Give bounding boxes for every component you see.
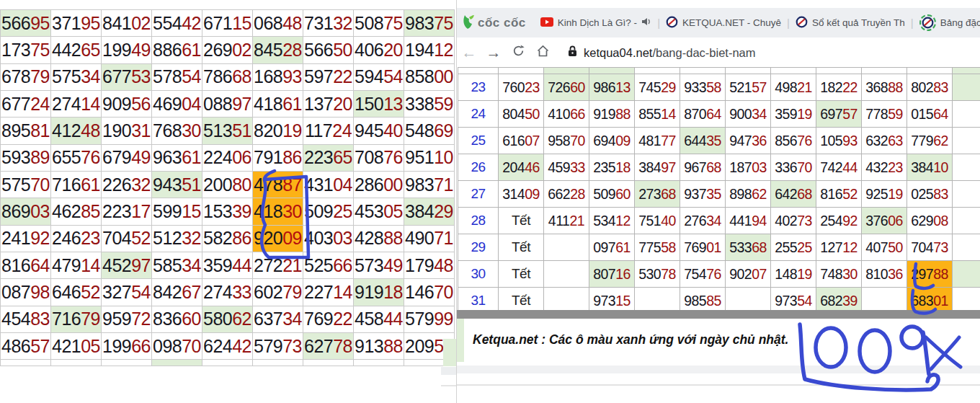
lottery-cell: 52157	[726, 74, 770, 100]
lottery-cell: 84102	[102, 10, 151, 36]
right-lottery-table: 2376023726609861374529933585215749821182…	[458, 67, 980, 314]
lottery-cell: 77558	[635, 234, 680, 260]
lottery-cell: 41830	[253, 198, 303, 224]
lottery-cell: 24192	[1, 226, 50, 252]
row-number-label: 29	[458, 234, 498, 260]
lottery-cell-edge	[953, 181, 980, 207]
browser-tab[interactable]: KETQUA.NET - Chuyê	[666, 16, 781, 30]
lottery-cell: 43104	[303, 172, 353, 198]
lottery-cell-edge	[953, 101, 980, 127]
lottery-cell: 33670	[771, 154, 816, 180]
tab-separator: |	[657, 17, 660, 29]
tab-label: Bảng đặc biệt xổ số	[940, 17, 980, 28]
lottery-cell: 89581	[1, 118, 50, 143]
lottery-cell: 98371	[404, 172, 454, 198]
lottery-cell: 31409	[499, 181, 543, 207]
row-number-label: 25	[458, 128, 498, 154]
lottery-cell: 42888	[354, 226, 404, 252]
lottery-cell: 19949	[102, 37, 151, 63]
lottery-cell: 70473	[907, 234, 952, 260]
lottery-cell: 19031	[102, 118, 151, 143]
lottery-cell: 55442	[152, 10, 202, 36]
lottery-cell: 38410	[907, 154, 952, 180]
lottery-cell: 08897	[202, 91, 252, 117]
left-lottery-table: 5669537195841025544267115068487313250875…	[0, 9, 455, 366]
lottery-cell: 32754	[102, 279, 151, 305]
row-number-label: 23	[458, 74, 498, 100]
lottery-cell: 60279	[253, 279, 303, 305]
lottery-cell: 20080	[202, 172, 252, 198]
lottery-cell: 15339	[202, 198, 252, 224]
lottery-cell: 80716	[589, 261, 634, 287]
lottery-cell-partial	[953, 68, 980, 74]
lottery-cell: 48657	[1, 333, 50, 359]
lottery-cell: 76023	[499, 74, 543, 100]
browser-tab[interactable]: Sổ kết quả Truyền Th	[796, 16, 905, 30]
address-bar[interactable]: ketqua04.net/bang-dac-biet-nam	[568, 45, 756, 60]
row-number-label: 27	[458, 181, 498, 207]
lottery-cell: 84267	[152, 279, 202, 305]
lottery-cell: 58534	[152, 252, 202, 278]
lottery-cell: 22365	[303, 145, 353, 171]
bottom-gray-band	[457, 366, 980, 373]
lottery-cell: 85800	[404, 64, 454, 90]
coccoc-logo[interactable]: cốc cốc	[460, 13, 526, 33]
lottery-cell: 76922	[303, 306, 353, 332]
lottery-cell-edge	[953, 208, 980, 234]
lottery-cell: 57534	[51, 64, 101, 90]
lottery-cell: 14670	[404, 279, 454, 305]
lottery-cell: 78668	[202, 64, 252, 90]
lottery-cell: 57570	[1, 172, 50, 198]
lottery-cell-partial	[544, 68, 589, 74]
lottery-cell: 53412	[589, 208, 634, 234]
lottery-cell: 67115	[202, 10, 252, 36]
browser-tab[interactable]: Kinh Dịch Là Gì? -	[540, 17, 651, 29]
lottery-cell: 62442	[202, 333, 252, 359]
home-icon[interactable]	[530, 44, 555, 61]
lottery-cell: Tết	[499, 234, 543, 260]
lottery-cell: 98375	[404, 10, 454, 36]
lottery-cell: 40620	[354, 37, 404, 63]
lottery-cell: 90956	[102, 91, 151, 117]
lottery-cell: 27414	[51, 91, 101, 117]
lottery-cell: 64435	[680, 128, 725, 154]
lottery-cell: 62778	[303, 333, 353, 359]
lottery-cell: 74830	[816, 261, 861, 287]
bottom-divider-line	[457, 384, 980, 386]
lottery-cell: Tết	[499, 208, 543, 234]
lottery-cell: 95972	[102, 306, 151, 332]
lottery-cell: 81664	[1, 252, 50, 278]
lottery-cell: 18703	[726, 154, 770, 180]
lottery-cell: 90207	[726, 261, 770, 287]
gray-divider-bar[interactable]	[457, 310, 980, 319]
lottery-cell: 57973	[253, 333, 303, 359]
lottery-cell: 86903	[1, 198, 50, 224]
lottery-cell: 41248	[51, 118, 101, 143]
lock-icon	[568, 45, 577, 60]
forward-icon[interactable]: →	[481, 44, 506, 61]
lottery-cell: 75140	[635, 208, 680, 234]
lottery-cell: 19412	[404, 37, 454, 63]
row-number-label: 28	[458, 208, 498, 234]
lottery-cell: 57999	[404, 306, 454, 332]
lottery-cell: 59722	[303, 64, 353, 90]
lottery-cell: 65576	[51, 145, 101, 171]
lottery-cell: 23518	[589, 154, 634, 180]
lottery-cell: 93358	[680, 74, 725, 100]
lottery-cell: 29788	[907, 261, 952, 287]
reload-icon[interactable]	[506, 44, 530, 61]
lottery-cell: 89862	[726, 181, 770, 207]
lottery-cell: 36888	[862, 74, 906, 100]
lottery-cell: 95110	[404, 145, 454, 171]
lottery-cell: 22632	[102, 172, 151, 198]
lottery-cell-partial	[635, 68, 680, 74]
browser-tab[interactable]: Bảng đặc biệt xổ số	[919, 14, 980, 31]
back-icon[interactable]: ←	[457, 44, 481, 61]
lottery-cell-partial	[771, 68, 816, 74]
lottery-cell-edge	[953, 234, 980, 260]
lottery-cell: 44194	[726, 208, 770, 234]
url-text[interactable]: ketqua04.net/bang-dac-biet-nam	[584, 46, 756, 60]
lottery-cell: 27433	[202, 279, 252, 305]
lottery-cell: 88661	[152, 37, 202, 63]
lottery-cell: 94351	[152, 172, 202, 198]
